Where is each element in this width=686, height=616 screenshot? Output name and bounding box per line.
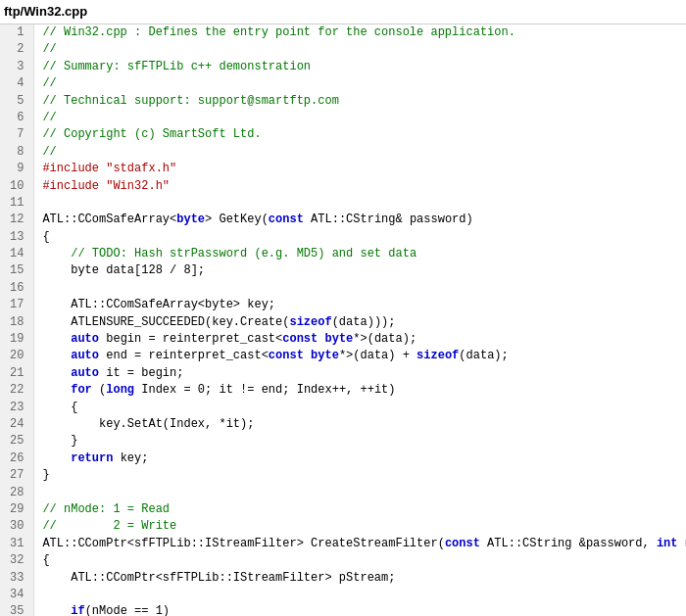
code-token: byte: [324, 332, 353, 346]
code-line: [42, 280, 678, 297]
line-number: 23: [8, 400, 25, 416]
line-number: 30: [8, 518, 25, 535]
line-number: 26: [8, 450, 25, 467]
line-number: 4: [8, 75, 25, 92]
code-token: key.SetAt(Index, *it);: [42, 417, 254, 431]
code-token: [304, 349, 311, 362]
code-token: // Copyright (c) SmartSoft Ltd.: [42, 127, 261, 141]
code-line: ATL::CComSafeArray<byte> GetKey(const AT…: [42, 212, 678, 228]
line-number: 11: [8, 195, 25, 212]
code-token: byte: [311, 349, 339, 362]
code-line: // nMode: 1 = Read: [42, 501, 678, 518]
code-token: //: [42, 111, 56, 124]
line-number: 15: [8, 262, 25, 279]
code-token: begin = reinterpret_cast<: [99, 332, 282, 346]
code-line: //: [42, 144, 678, 161]
code-token: #include "Win32.h": [42, 179, 170, 193]
line-number: 20: [8, 348, 25, 364]
code-token: ATL::CString& password): [304, 213, 473, 226]
line-number: 6: [8, 110, 25, 126]
code-token: > GetKey(: [205, 213, 269, 226]
code-line: auto end = reinterpret_cast<const byte*>…: [42, 348, 678, 364]
code-token: //: [42, 42, 56, 56]
code-token: ATL::CString &password,: [480, 537, 657, 550]
code-token: [42, 332, 71, 346]
code-token: // TODO: Hash strPassword (e.g. MD5) and…: [71, 247, 416, 261]
code-line: // 2 = Write: [42, 518, 678, 535]
code-token: //: [42, 145, 56, 159]
line-number: 33: [8, 570, 25, 587]
code-token: if: [71, 604, 84, 616]
line-number: 7: [8, 126, 25, 143]
code-token: auto: [71, 366, 99, 380]
line-number: 21: [8, 365, 25, 382]
line-number: 28: [8, 485, 25, 501]
code-token: return: [71, 451, 113, 465]
code-line: for (long Index = 0; it != end; Index++,…: [42, 382, 678, 399]
line-number: 10: [8, 178, 25, 195]
line-number: 27: [8, 467, 25, 484]
code-token: const: [269, 349, 304, 362]
code-token: it = begin;: [99, 366, 183, 380]
line-number: 2: [8, 41, 25, 58]
code-line: ATLENSURE_SUCCEEDED(key.Create(sizeof(da…: [42, 314, 678, 331]
line-number: 31: [8, 536, 25, 552]
line-number: 35: [8, 603, 25, 616]
code-line: return key;: [42, 450, 678, 467]
code-token: {: [42, 553, 49, 567]
line-number: 25: [8, 433, 25, 450]
line-number: 18: [8, 314, 25, 331]
code-token: {: [42, 401, 77, 414]
code-line: [42, 485, 678, 501]
code-line: #include "Win32.h": [42, 178, 678, 195]
code-token: end = reinterpret_cast<: [99, 349, 269, 362]
code-line: }: [42, 467, 678, 484]
code-line: ATL::CComPtr<sfFTPLib::IStreamFilter> pS…: [42, 570, 678, 587]
code-line: ATL::CComPtr<sfFTPLib::IStreamFilter> Cr…: [42, 536, 678, 552]
code-line: {: [42, 229, 678, 246]
line-number: 3: [8, 59, 25, 75]
code-token: #include "stdafx.h": [42, 162, 176, 175]
code-token: // nMode: 1 = Read: [42, 502, 170, 516]
code-token: // 2 = Write: [42, 519, 176, 533]
code-line: }: [42, 433, 678, 450]
code-area[interactable]: // Win32.cpp : Defines the entry point f…: [34, 24, 686, 616]
code-line: [42, 195, 678, 212]
code-token: sizeof: [416, 349, 459, 362]
code-token: ATL::CComPtr<sfFTPLib::IStreamFilter> Cr…: [42, 537, 444, 550]
code-token: [42, 247, 71, 261]
code-line: #include "stdafx.h": [42, 161, 678, 177]
line-number: 9: [8, 161, 25, 177]
line-numbers: 1234567891011121314151617181920212223242…: [0, 24, 34, 616]
code-line: //: [42, 41, 678, 58]
code-token: [42, 604, 71, 616]
code-token: ATLENSURE_SUCCEEDED(key.Create(: [42, 315, 289, 329]
code-line: auto it = begin;: [42, 365, 678, 382]
code-token: [42, 349, 71, 362]
code-token: const: [282, 332, 318, 346]
code-token: (: [92, 383, 106, 397]
line-number: 32: [8, 552, 25, 569]
code-token: int: [657, 537, 678, 550]
code-line: // Technical support: support@smartftp.c…: [42, 93, 678, 110]
line-number: 22: [8, 382, 25, 399]
code-token: sizeof: [289, 315, 331, 329]
code-line: // Win32.cpp : Defines the entry point f…: [42, 24, 678, 41]
code-token: auto: [71, 332, 99, 346]
line-number: 16: [8, 280, 25, 297]
code-line: ATL::CComSafeArray<byte> key;: [42, 297, 678, 313]
line-number: 34: [8, 587, 25, 603]
code-token: }: [42, 468, 49, 482]
code-token: // Summary: sfFTPLib c++ demonstration: [42, 60, 311, 73]
line-number: 12: [8, 212, 25, 228]
code-token: ATL::CComSafeArray<byte> key;: [42, 298, 275, 311]
line-number: 13: [8, 229, 25, 246]
code-token: auto: [71, 349, 99, 362]
code-token: key;: [113, 451, 148, 465]
code-token: long: [106, 383, 134, 397]
code-line: {: [42, 400, 678, 416]
code-line: key.SetAt(Index, *it);: [42, 416, 678, 433]
file-title: ftp/Win32.cpp: [4, 4, 87, 19]
code-token: // Technical support: support@smartftp.c…: [42, 94, 338, 108]
code-token: ATL::CComSafeArray<: [42, 213, 176, 226]
